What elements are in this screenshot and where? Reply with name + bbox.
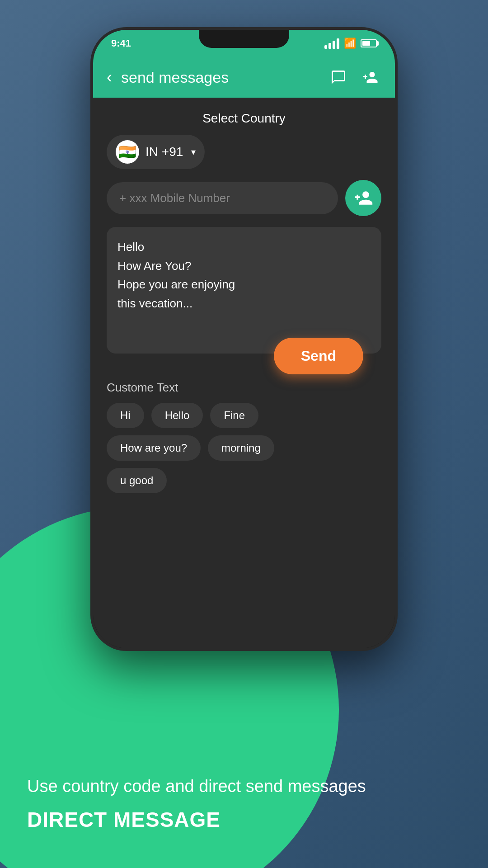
chip-hello[interactable]: Hello	[151, 403, 203, 428]
phone-mockup: 9:41 📶 ‹ send messages	[90, 27, 398, 651]
bottom-title: DIRECT MESSAGE	[27, 807, 461, 832]
bottom-description: Use country code and direct send message…	[27, 774, 461, 798]
chip-hi[interactable]: Hi	[107, 403, 144, 428]
wifi-icon: 📶	[344, 38, 356, 49]
chip-fine[interactable]: Fine	[210, 403, 258, 428]
custom-text-label: Custome Text	[107, 381, 381, 395]
chat-icon-button[interactable]	[327, 66, 350, 89]
contact-icon-button[interactable]	[359, 66, 381, 89]
dropdown-arrow-icon: ▾	[191, 146, 196, 157]
chip-morning[interactable]: morning	[208, 435, 274, 461]
battery-icon	[361, 39, 377, 47]
country-selector[interactable]: 🇮🇳 IN +91 ▾	[107, 135, 205, 169]
status-icons: 📶	[324, 38, 377, 49]
add-contact-icon	[362, 69, 378, 85]
section-title: Select Country	[107, 111, 381, 126]
app-content: Select Country 🇮🇳 IN +91 ▾ + xxx Mobile …	[93, 98, 395, 648]
header-title: send messages	[121, 69, 318, 86]
phone-frame: 9:41 📶 ‹ send messages	[90, 27, 398, 651]
bottom-section: Use country code and direct send message…	[27, 774, 461, 832]
signal-icon	[324, 38, 339, 49]
chip-how-are-you[interactable]: How are you?	[107, 435, 201, 461]
country-code: IN +91	[145, 145, 183, 159]
send-button[interactable]: Send	[274, 338, 363, 374]
phone-notch	[199, 30, 289, 48]
app-header: ‹ send messages	[93, 57, 395, 98]
chip-u-good[interactable]: u good	[107, 468, 167, 493]
back-button[interactable]: ‹	[107, 68, 112, 87]
add-person-icon	[353, 188, 373, 208]
status-time: 9:41	[111, 38, 131, 49]
add-contact-button[interactable]	[345, 180, 381, 216]
message-content: HelloHow Are You?Hope you are enjoyingth…	[117, 238, 371, 313]
message-area[interactable]: HelloHow Are You?Hope you are enjoyingth…	[107, 227, 381, 354]
phone-number-row: + xxx Mobile Number	[107, 180, 381, 216]
chat-icon	[330, 69, 347, 85]
chips-row-3: u good	[107, 468, 381, 493]
chips-row-2: How are you? morning	[107, 435, 381, 461]
country-flag: 🇮🇳	[116, 140, 139, 164]
phone-number-input[interactable]: + xxx Mobile Number	[107, 182, 338, 214]
phone-placeholder: + xxx Mobile Number	[119, 191, 230, 205]
header-actions	[327, 66, 381, 89]
chips-row-1: Hi Hello Fine	[107, 403, 381, 428]
